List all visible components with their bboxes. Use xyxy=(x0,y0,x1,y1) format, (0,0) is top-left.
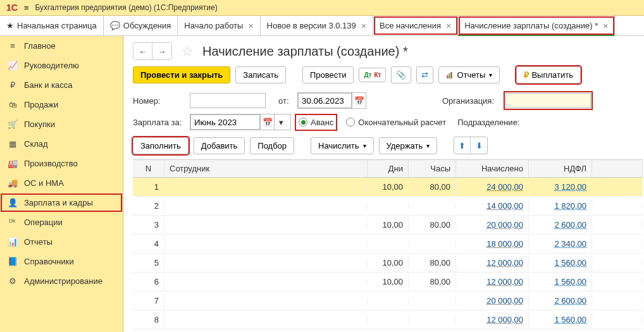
table-row[interactable]: 510,0080,0012 000,001 560,00 xyxy=(133,254,643,273)
close-icon[interactable]: × xyxy=(248,21,253,31)
number-input[interactable] xyxy=(190,93,266,108)
cell-tax[interactable]: 1 560,00 xyxy=(529,312,592,328)
calendar-icon[interactable]: 📅 xyxy=(352,93,366,108)
sidebar-item[interactable]: ▦Склад xyxy=(0,134,123,154)
cell-hours[interactable]: 80,00 xyxy=(409,255,456,271)
col-accrued[interactable]: Начислено xyxy=(456,160,529,177)
cell-employee[interactable] xyxy=(164,184,368,190)
tab[interactable]: 💬Обсуждения xyxy=(104,16,178,35)
cell-tax[interactable]: 2 600,00 xyxy=(529,293,592,309)
close-icon[interactable]: × xyxy=(603,21,608,31)
cell-days[interactable] xyxy=(368,298,409,304)
table-row[interactable]: 418 000,002 340,00 xyxy=(133,235,643,254)
cell-n[interactable]: 2 xyxy=(133,198,164,214)
dtct-button[interactable]: ДтКт xyxy=(359,68,386,82)
post-and-close-button[interactable]: Провести и закрыть xyxy=(133,66,230,83)
add-button[interactable]: Добавить xyxy=(194,137,245,154)
cell-employee[interactable] xyxy=(164,203,368,209)
period-input[interactable] xyxy=(190,114,260,130)
save-button[interactable]: Записать xyxy=(235,66,286,83)
tab[interactable]: ★Начальная страница xyxy=(0,16,104,35)
post-button[interactable]: Провести xyxy=(302,66,354,83)
cell-hours[interactable]: 80,00 xyxy=(409,274,456,290)
cell-accrued[interactable]: 12 000,00 xyxy=(456,255,529,271)
sidebar-item[interactable]: ᴰᵏОперации xyxy=(0,212,123,232)
period-field[interactable]: 📅 ▾ xyxy=(190,114,291,130)
sidebar-item[interactable]: 🏭Производство xyxy=(0,154,123,173)
back-button[interactable]: ← xyxy=(133,43,152,59)
sidebar-item[interactable]: ₽Банк и касса xyxy=(0,75,123,95)
sidebar-item[interactable]: 📘Справочники xyxy=(0,252,123,271)
tab[interactable]: Начисление зарплаты (создание) *× xyxy=(458,16,615,35)
cell-hours[interactable]: 80,00 xyxy=(409,217,456,233)
cell-tax[interactable]: 1 560,00 xyxy=(529,255,592,271)
sidebar-item[interactable]: ≡Главное xyxy=(0,36,123,56)
cell-n[interactable]: 6 xyxy=(133,274,164,290)
pick-button[interactable]: Подбор xyxy=(250,137,294,154)
cell-days[interactable]: 10,00 xyxy=(368,217,409,233)
attach-button[interactable]: 📎 xyxy=(391,66,411,83)
period-dropdown-icon[interactable]: ▾ xyxy=(274,114,288,130)
cell-hours[interactable] xyxy=(409,317,456,323)
cell-hours[interactable] xyxy=(409,298,456,304)
cell-n[interactable]: 4 xyxy=(133,236,164,252)
table-row[interactable]: 214 000,001 820,00 xyxy=(133,197,643,216)
cell-tax[interactable]: 3 120,00 xyxy=(529,179,592,195)
menu-icon[interactable]: ≡ xyxy=(24,3,29,13)
pay-button[interactable]: ₽Выплатить xyxy=(516,66,581,83)
table-row[interactable]: 310,0080,0020 000,002 600,00 xyxy=(133,216,643,235)
tab[interactable]: Начало работы× xyxy=(178,16,260,35)
cell-accrued[interactable]: 20 000,00 xyxy=(456,217,529,233)
col-tax[interactable]: НДФЛ xyxy=(529,160,592,177)
final-radio[interactable]: Окончательный расчет xyxy=(346,118,446,127)
cell-n[interactable]: 3 xyxy=(133,217,164,233)
advance-radio[interactable]: Аванс xyxy=(297,116,335,128)
cell-accrued[interactable]: 20 000,00 xyxy=(456,293,529,309)
sidebar-item[interactable]: 📈Руководителю xyxy=(0,56,123,75)
forward-button[interactable]: → xyxy=(152,43,171,59)
cell-accrued[interactable]: 12 000,00 xyxy=(456,312,529,328)
cell-accrued[interactable]: 18 000,00 xyxy=(456,236,529,252)
date-input[interactable] xyxy=(298,93,352,108)
cell-hours[interactable]: 80,00 xyxy=(409,179,456,195)
cell-accrued[interactable]: 14 000,00 xyxy=(456,198,529,214)
reports-button[interactable]: Отчеты▾ xyxy=(438,66,500,83)
col-n[interactable]: N xyxy=(133,160,164,177)
sidebar-item[interactable]: ⚙Администрирование xyxy=(0,271,123,291)
related-button[interactable]: ⇄ xyxy=(416,66,433,83)
move-down-button[interactable]: ⬇ xyxy=(471,137,487,154)
cell-tax[interactable]: 2 600,00 xyxy=(529,217,592,233)
cell-days[interactable]: 10,00 xyxy=(368,255,409,271)
cell-n[interactable]: 7 xyxy=(133,293,164,309)
cell-employee[interactable] xyxy=(164,317,368,323)
cell-days[interactable] xyxy=(368,241,409,247)
cell-employee[interactable] xyxy=(164,260,368,266)
cell-tax[interactable]: 1 560,00 xyxy=(529,274,592,290)
cell-n[interactable]: 1 xyxy=(133,179,164,195)
cell-tax[interactable]: 1 820,00 xyxy=(529,198,592,214)
sidebar-item[interactable]: 🛍Продажи xyxy=(0,95,123,114)
col-employee[interactable]: Сотрудник xyxy=(164,160,368,177)
favorite-icon[interactable]: ☆ xyxy=(182,44,193,59)
col-days[interactable]: Дни xyxy=(368,160,409,177)
cell-employee[interactable] xyxy=(164,298,368,304)
col-hours[interactable]: Часы xyxy=(409,160,456,177)
period-calendar-icon[interactable]: 📅 xyxy=(260,114,274,130)
table-row[interactable]: 110,0080,0024 000,003 120,00 xyxy=(133,178,643,197)
cell-tax[interactable]: 2 340,00 xyxy=(529,236,592,252)
cell-accrued[interactable]: 12 000,00 xyxy=(456,274,529,290)
cell-hours[interactable] xyxy=(409,241,456,247)
withhold-button[interactable]: Удержать▾ xyxy=(379,137,438,154)
date-field[interactable]: 📅 xyxy=(297,92,366,109)
cell-days[interactable] xyxy=(368,317,409,323)
cell-days[interactable]: 10,00 xyxy=(368,274,409,290)
cell-hours[interactable] xyxy=(409,203,456,209)
cell-employee[interactable] xyxy=(164,241,368,247)
cell-accrued[interactable]: 24 000,00 xyxy=(456,179,529,195)
close-icon[interactable]: × xyxy=(361,21,366,31)
cell-n[interactable]: 8 xyxy=(133,312,164,328)
tab[interactable]: Все начисления× xyxy=(373,16,458,35)
table-row[interactable]: 720 000,002 600,00 xyxy=(133,292,643,310)
accrue-button[interactable]: Начислить▾ xyxy=(311,137,373,154)
cell-days[interactable] xyxy=(368,203,409,209)
